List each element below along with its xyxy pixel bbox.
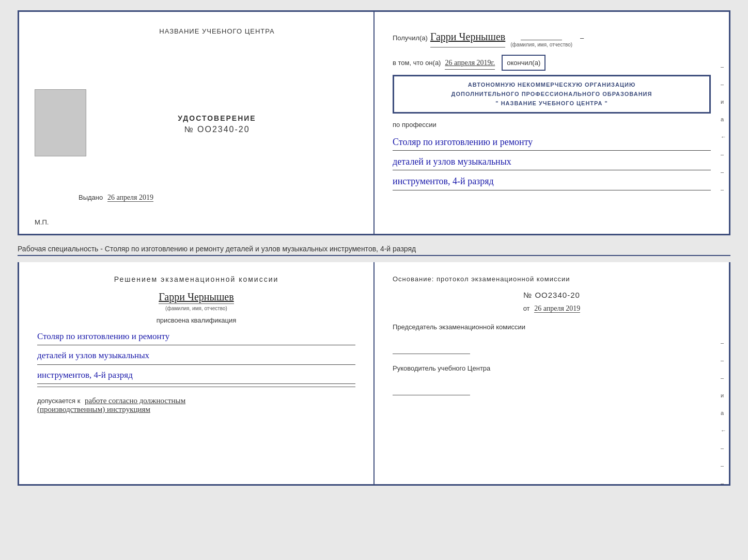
rukovoditel-sig-line (393, 385, 470, 395)
rukovoditel-block: Руководитель учебного Центра (393, 364, 711, 395)
poluchil-line: Получил(а) Гарри Чернышев (фамилия, имя,… (393, 27, 711, 50)
recipient-name: Гарри Чернышев (430, 27, 505, 47)
udost-number: № OO2340-20 (79, 125, 355, 134)
bottom-document: Решением экзаменационной комиссии Гарри … (18, 262, 730, 486)
qual-line2: деталей и узлов музыкальных (37, 347, 355, 364)
bottom-left-panel: Решением экзаменационной комиссии Гарри … (19, 262, 375, 484)
photo-placeholder (35, 89, 86, 156)
resheniem-title: Решением экзаменационной комиссии (37, 275, 355, 283)
profession-line2: деталей и узлов музыкальных (393, 153, 711, 170)
top-document: НАЗВАНИЕ УЧЕБНОГО ЦЕНТРА УДОСТОВЕРЕНИЕ №… (18, 10, 730, 235)
rukovoditel-title: Руководитель учебного Центра (393, 364, 711, 372)
predsedatel-block: Председатель экзаменационной комиссии (393, 323, 711, 354)
fio-hint-bottom: (фамилия, имя, отчество) (165, 306, 227, 311)
profession-line1: Столяр по изготовлению и ремонту (393, 134, 711, 151)
qual-line3: инструментов, 4-й разряд (37, 367, 355, 384)
qual-line1: Столяр по изготовлению и ремонту (37, 328, 355, 345)
vydano-label: Выдано 26 апреля 2019 (79, 194, 153, 203)
completion-date: 26 апреля 2019г. (445, 56, 495, 70)
side-lines-top: – – и а ← – – – (721, 63, 726, 193)
osnov-title: Основание: протокол экзаменационной коми… (393, 275, 711, 283)
dopusk-hand2: (производственным) инструкциям (37, 405, 150, 413)
mp-label: М.П. (35, 218, 49, 226)
top-left-panel: НАЗВАНИЕ УЧЕБНОГО ЦЕНТРА УДОСТОВЕРЕНИЕ №… (19, 12, 375, 234)
poluchil-label: Получил(а) (393, 32, 428, 44)
protocol-number: № OO2340-20 (393, 291, 711, 299)
udost-title: УДОСТОВЕРЕНИЕ (79, 114, 355, 122)
okoncil-box: окончил(а) (502, 55, 546, 71)
vtom-line: в том, что он(а) 26 апреля 2019г. окончи… (393, 55, 711, 71)
dopusk-hand1: работе согласно должностным (85, 396, 185, 405)
fio-hint-top: (фамилия, имя, отчество) (510, 40, 572, 50)
bottom-recipient-name: Гарри Чернышев (159, 291, 233, 304)
stamp-line1: АВТОНОМНУЮ НЕКОММЕРЧЕСКУЮ ОРГАНИЗАЦИЮ (402, 81, 702, 90)
from-date-block: от 26 апреля 2019 (393, 305, 711, 313)
dopusk-block: допускается к работе согласно должностны… (37, 396, 355, 414)
top-right-panel: Получил(а) Гарри Чернышев (фамилия, имя,… (375, 12, 729, 234)
stamp-line3: " НАЗВАНИЕ УЧЕБНОГО ЦЕНТРА " (402, 99, 702, 108)
top-center-title: НАЗВАНИЕ УЧЕБНОГО ЦЕНТРА (79, 27, 355, 35)
bottom-right-panel: Основание: протокол экзаменационной коми… (375, 262, 729, 484)
prisvoena-text: присвоена квалификация (37, 316, 355, 324)
profession-line3: инструментов, 4-й разряд (393, 173, 711, 190)
vydano-date: 26 апреля 2019 (107, 194, 153, 202)
stamp-block: АВТОНОМНУЮ НЕКОММЕРЧЕСКУЮ ОРГАНИЗАЦИЮ ДО… (393, 75, 711, 114)
separator-line (37, 387, 355, 387)
predsedatel-title: Председатель экзаменационной комиссии (393, 323, 711, 331)
po-professii-label: по профессии (393, 119, 711, 131)
from-date: 26 апреля 2019 (534, 305, 580, 313)
side-lines-bottom: – – – и а ← – – – (721, 340, 726, 486)
predsedatel-sig-line (393, 344, 470, 354)
stamp-line2: ДОПОЛНИТЕЛЬНОГО ПРОФЕССИОНАЛЬНОГО ОБРАЗО… (402, 90, 702, 99)
middle-text: Рабочая специальность - Столяр по изгото… (18, 241, 730, 256)
bottom-name-block: Гарри Чернышев (фамилия, имя, отчество) (37, 291, 355, 312)
